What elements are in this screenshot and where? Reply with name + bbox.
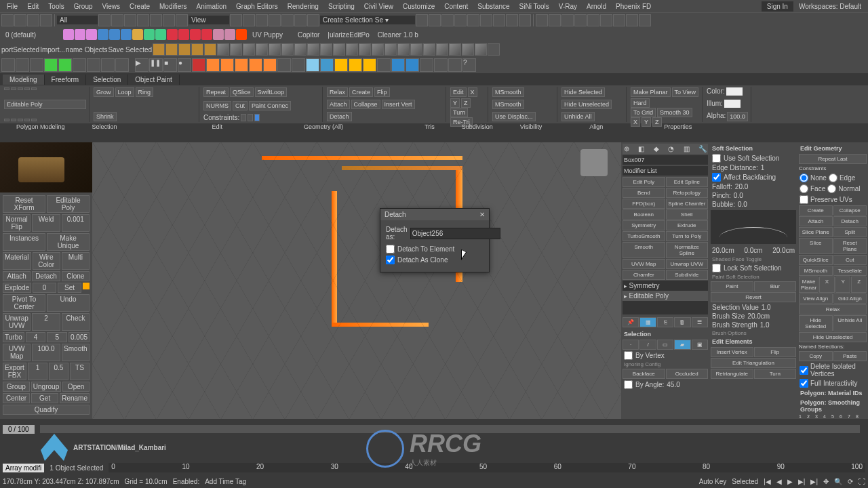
hide-sel2-button[interactable]: Hide Selected (799, 315, 833, 331)
cut2-button[interactable]: Cut (833, 255, 867, 265)
menu-animation[interactable]: Animation (193, 2, 231, 11)
material-button[interactable]: Material (3, 252, 31, 270)
stack-symmetry[interactable]: ▸ Symmetry (623, 281, 708, 291)
edit-tri-button[interactable]: Edit (450, 87, 467, 97)
backface-button[interactable]: Backface (623, 369, 665, 379)
fx-19-icon[interactable] (448, 58, 462, 72)
mod-turntopoly[interactable]: Turn to Poly (666, 231, 709, 241)
use-disp-button[interactable]: Use Displac... (492, 112, 536, 121)
paste-button[interactable]: Paste (833, 351, 867, 361)
constraint-normal-radio[interactable] (827, 184, 836, 193)
constraint-face-radio[interactable] (800, 184, 808, 193)
fx-10-icon[interactable] (320, 58, 334, 72)
tool-d-icon[interactable] (626, 14, 638, 26)
prim-21-icon[interactable] (410, 43, 422, 56)
tab-selection[interactable]: Selection (86, 75, 128, 85)
split-button[interactable]: Split (833, 227, 867, 237)
menu-sinitools[interactable]: SiNi Tools (515, 2, 553, 11)
subobj-edge-icon[interactable] (11, 87, 16, 90)
menu-arnold[interactable]: Arnold (583, 2, 610, 11)
prim-25-icon[interactable] (462, 43, 474, 56)
uvwmap-value[interactable]: 100.0 (32, 344, 60, 361)
to-grid-button[interactable]: To Grid (631, 108, 656, 117)
tab-freeform[interactable]: Freeform (45, 75, 87, 85)
tool-c-icon[interactable] (613, 14, 625, 26)
attach2-button[interactable]: Attach (3, 271, 31, 281)
copy-button[interactable]: Copy (799, 351, 833, 361)
mod-extrude[interactable]: Extrude (666, 220, 709, 230)
sini-e-icon[interactable] (213, 29, 224, 40)
prim-22-icon[interactable] (423, 43, 435, 56)
sg-1[interactable]: 1 (799, 414, 806, 419)
selected-filter[interactable]: Selected (732, 478, 758, 485)
ungroup-button[interactable]: Ungroup (31, 382, 61, 392)
menu-modifiers[interactable]: Modifiers (155, 2, 191, 11)
lock-soft-sel-checkbox[interactable] (712, 264, 721, 272)
pause-icon[interactable]: ❚❚ (149, 58, 163, 72)
select-paint-icon[interactable] (124, 14, 136, 26)
prim-20-icon[interactable] (397, 43, 410, 56)
mod-boolean[interactable]: Boolean (623, 209, 665, 220)
snap-icon[interactable] (256, 14, 268, 26)
timetag-button[interactable]: Add Time Tag (205, 478, 246, 485)
occluded-button[interactable]: Occluded (666, 369, 709, 379)
menu-bar[interactable]: File Edit Tools Group Views Create Modif… (0, 0, 868, 12)
rename-button[interactable]: Rename (60, 393, 90, 403)
material-editor-icon[interactable] (480, 14, 492, 26)
relax2-button[interactable]: Relax (799, 304, 867, 314)
fbx-v3[interactable]: TS (70, 363, 90, 380)
sini-c-icon[interactable] (190, 29, 201, 40)
reset-xform-button[interactable]: Reset XForm (3, 195, 45, 213)
spline-a-icon[interactable] (98, 29, 108, 40)
sel-vert-icon[interactable]: · (623, 340, 639, 350)
subobj-vert-icon[interactable] (4, 87, 9, 90)
autokey-button[interactable]: Auto Key (699, 478, 727, 485)
sini-b-icon[interactable] (178, 29, 189, 40)
y-btn[interactable]: Y (450, 98, 460, 108)
fbx-v1[interactable]: 1 (28, 363, 47, 380)
msmooth2-button[interactable]: MSmooth (799, 266, 833, 276)
prim-24-icon[interactable] (449, 43, 461, 56)
prim-16-icon[interactable] (346, 43, 358, 56)
group-label-props[interactable]: Properties (650, 123, 705, 133)
hide-unsel-button[interactable]: Hide Unselected (561, 100, 612, 109)
group-label-sel[interactable]: Selection (79, 123, 131, 133)
open-button[interactable]: Open (62, 382, 90, 392)
prim-9-icon[interactable] (256, 43, 268, 56)
use-soft-sel-checkbox[interactable] (712, 154, 721, 163)
turbo-button[interactable]: Turbo (3, 332, 24, 342)
curve-editor-icon[interactable] (454, 14, 467, 26)
prim-14-icon[interactable] (320, 43, 332, 56)
selection-set-dropdown[interactable]: Create Selection Se ▾ (320, 16, 415, 24)
align-x-button[interactable]: X (631, 117, 640, 127)
sel-edge-icon[interactable]: / (639, 340, 656, 350)
constraint-none-icon[interactable] (241, 114, 246, 121)
mod-shell[interactable]: Shell (666, 209, 709, 220)
make-planar-button[interactable]: Make Planar (631, 87, 671, 97)
hard-button[interactable]: Hard (631, 98, 650, 108)
cut-button[interactable]: Cut (233, 101, 248, 110)
collapse2-button[interactable]: Collapse (833, 205, 867, 216)
mod-normalize-spline[interactable]: Normalize Spline (666, 242, 709, 258)
fx-12-icon[interactable] (349, 58, 362, 72)
mod-spline-chamfer[interactable]: Spline Chamfer (666, 199, 709, 209)
fx-18-icon[interactable] (434, 58, 448, 72)
constraint-edge-icon[interactable] (248, 114, 253, 121)
redo-icon[interactable] (14, 14, 26, 26)
tool-b-icon[interactable] (600, 14, 612, 26)
import-button[interactable]: Import... (40, 46, 65, 54)
group-label-poly[interactable]: Polygon Modeling (3, 123, 79, 133)
prim-5-icon[interactable] (204, 43, 216, 56)
prim-12-icon[interactable] (294, 43, 307, 56)
named-selection-icon[interactable] (307, 14, 319, 26)
weld-button[interactable]: Weld (32, 214, 60, 232)
flip2-button[interactable]: Flip (754, 347, 797, 357)
constraint-edge-radio[interactable] (829, 174, 837, 182)
tool-a-icon[interactable] (587, 14, 599, 26)
group-label-vis[interactable]: Visibility (507, 123, 555, 133)
mod-turbosmooth[interactable]: TurboSmooth (623, 231, 665, 241)
cleaner-label[interactable]: Cleaner 1.0 b (378, 31, 418, 39)
mod-chamfer[interactable]: Chamfer (623, 270, 665, 280)
layer-dropdown[interactable]: 0 (default) (5, 31, 36, 39)
prev-frame-icon[interactable]: ◀ (776, 478, 782, 485)
